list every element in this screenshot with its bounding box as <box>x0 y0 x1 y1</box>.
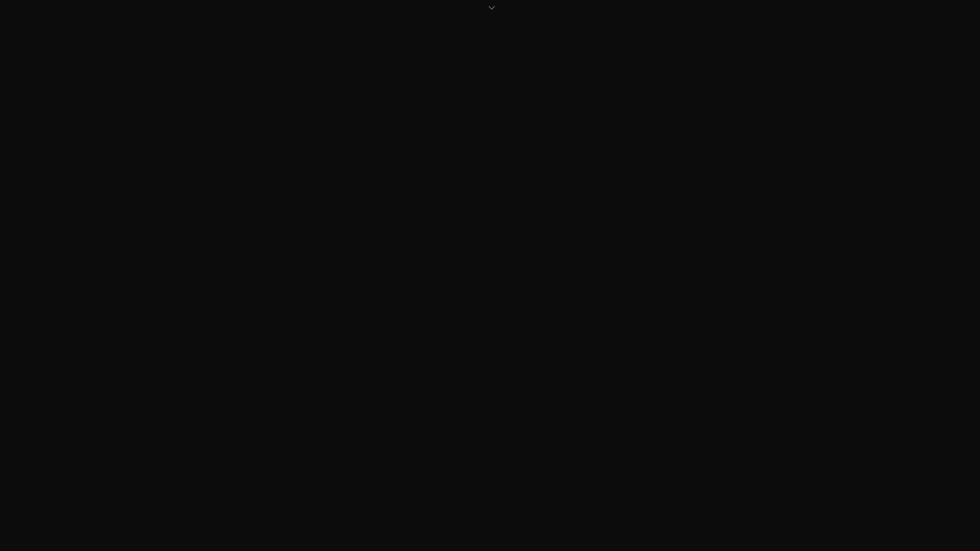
grafana-dashboard <box>0 0 980 551</box>
chevron-down-icon <box>488 3 495 9</box>
panel-title-warmwasser <box>0 0 980 9</box>
warmwasser-title-button[interactable] <box>486 6 494 9</box>
